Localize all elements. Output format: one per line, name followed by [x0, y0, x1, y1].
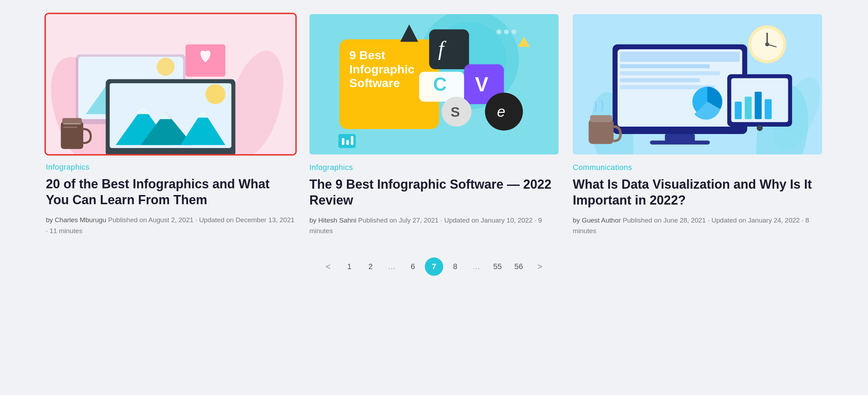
- svg-rect-21: [63, 123, 80, 124]
- svg-point-47: [511, 29, 516, 34]
- card-image-wrapper-2: 9 Best Infographic Software f V C e: [309, 14, 559, 154]
- svg-rect-63: [620, 64, 710, 68]
- svg-text:9 Best: 9 Best: [349, 48, 385, 62]
- card-category-1[interactable]: Infographics: [46, 163, 295, 172]
- svg-rect-19: [61, 122, 83, 149]
- pagination-page-6[interactable]: 6: [404, 257, 422, 276]
- pagination-page-7[interactable]: 7: [425, 257, 443, 276]
- svg-rect-60: [665, 134, 695, 141]
- svg-point-46: [504, 29, 509, 34]
- svg-rect-30: [429, 29, 469, 69]
- card-meta-2: by Hitesh Sahni Published on July 27, 20…: [309, 215, 559, 237]
- svg-rect-62: [620, 52, 740, 62]
- svg-text:S: S: [451, 104, 460, 120]
- card-image-2: 9 Best Infographic Software f V C e: [309, 14, 559, 154]
- pagination-next[interactable]: >: [531, 257, 549, 276]
- svg-rect-42: [342, 138, 344, 145]
- pagination-page-56[interactable]: 56: [510, 257, 528, 276]
- pagination-page-2[interactable]: 2: [361, 257, 380, 276]
- card-author-3[interactable]: by Guest Author: [573, 217, 621, 224]
- card-image-wrapper-1: [46, 14, 295, 154]
- svg-rect-22: [63, 127, 77, 128]
- svg-text:e: e: [497, 103, 505, 120]
- svg-text:C: C: [433, 73, 447, 95]
- card-author-1[interactable]: by Charles Mburugu: [46, 216, 106, 224]
- article-card-2[interactable]: 9 Best Infographic Software f V C e: [309, 14, 559, 236]
- articles-grid: Infographics20 of the Best Infographics …: [46, 14, 822, 236]
- svg-rect-75: [589, 119, 614, 144]
- pagination-dots-2: …: [382, 257, 401, 276]
- article-card-1[interactable]: Infographics20 of the Best Infographics …: [46, 14, 295, 236]
- pagination-page-55[interactable]: 55: [488, 257, 507, 276]
- svg-point-74: [757, 125, 763, 131]
- card-title-1[interactable]: 20 of the Best Infographics and What You…: [46, 176, 295, 208]
- card-meta-1: by Charles Mburugu Published on August 2…: [46, 215, 295, 236]
- card-image-wrapper-3: [573, 14, 822, 154]
- svg-rect-43: [346, 140, 349, 145]
- svg-rect-65: [620, 78, 700, 82]
- pagination-page-1[interactable]: 1: [340, 257, 358, 276]
- svg-point-17: [205, 84, 225, 104]
- pagination-dots-6: …: [467, 257, 486, 276]
- pagination-prev[interactable]: <: [319, 257, 337, 276]
- svg-point-45: [496, 29, 501, 34]
- svg-rect-44: [351, 136, 353, 145]
- article-card-3[interactable]: CommunicationsWhat Is Data Visualization…: [573, 14, 822, 236]
- svg-point-7: [157, 58, 175, 76]
- card-image-3: [573, 14, 822, 154]
- svg-rect-71: [745, 97, 752, 119]
- svg-rect-76: [590, 115, 612, 122]
- pagination-page-8[interactable]: 8: [446, 257, 464, 276]
- svg-text:Software: Software: [349, 76, 400, 90]
- svg-rect-70: [735, 102, 742, 119]
- card-author-2[interactable]: by Hitesh Sahni: [309, 217, 356, 224]
- card-image-1: [46, 14, 295, 154]
- svg-rect-72: [755, 92, 762, 119]
- pagination: <12…678…5556>: [21, 257, 847, 276]
- svg-rect-64: [620, 71, 720, 75]
- card-category-3[interactable]: Communications: [573, 163, 822, 172]
- svg-text:Infographic: Infographic: [349, 62, 415, 76]
- card-title-3[interactable]: What Is Data Visualization and Why Is It…: [573, 176, 822, 208]
- card-meta-3: by Guest Author Published on June 28, 20…: [573, 215, 822, 237]
- svg-rect-61: [650, 140, 710, 144]
- card-title-2[interactable]: The 9 Best Infographic Software — 2022 R…: [309, 176, 559, 208]
- svg-text:V: V: [475, 73, 488, 96]
- svg-rect-73: [765, 99, 772, 119]
- card-category-2[interactable]: Infographics: [309, 163, 559, 172]
